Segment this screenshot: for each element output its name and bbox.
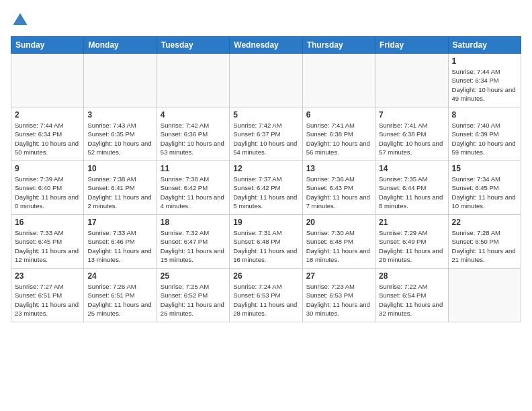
day-info: Sunrise: 7:43 AM Sunset: 6:35 PM Dayligh… — [87, 121, 152, 156]
calendar-week-0: 1Sunrise: 7:44 AM Sunset: 6:34 PM Daylig… — [11, 54, 521, 107]
weekday-header-friday: Friday — [375, 37, 448, 54]
day-info: Sunrise: 7:44 AM Sunset: 6:34 PM Dayligh… — [452, 67, 517, 103]
day-number: 11 — [161, 164, 226, 173]
day-number: 4 — [161, 110, 226, 120]
day-number: 18 — [161, 218, 226, 227]
calendar-cell: 10Sunrise: 7:38 AM Sunset: 6:41 PM Dayli… — [84, 161, 157, 215]
day-number: 15 — [452, 164, 517, 173]
calendar-cell: 21Sunrise: 7:29 AM Sunset: 6:49 PM Dayli… — [375, 215, 448, 269]
calendar-cell — [448, 269, 521, 322]
calendar-cell: 14Sunrise: 7:35 AM Sunset: 6:44 PM Dayli… — [375, 161, 448, 215]
calendar-cell: 24Sunrise: 7:26 AM Sunset: 6:51 PM Dayli… — [84, 269, 157, 322]
weekday-header-thursday: Thursday — [302, 37, 375, 54]
day-info: Sunrise: 7:27 AM Sunset: 6:51 PM Dayligh… — [15, 282, 80, 318]
day-number: 10 — [87, 164, 152, 173]
day-info: Sunrise: 7:41 AM Sunset: 6:38 PM Dayligh… — [379, 121, 444, 156]
calendar-cell: 2Sunrise: 7:44 AM Sunset: 6:34 PM Daylig… — [11, 107, 84, 161]
calendar-cell: 17Sunrise: 7:33 AM Sunset: 6:46 PM Dayli… — [84, 215, 157, 269]
logo — [11, 11, 32, 30]
day-number: 7 — [379, 110, 444, 120]
calendar-cell: 16Sunrise: 7:33 AM Sunset: 6:45 PM Dayli… — [11, 215, 84, 269]
calendar-table: SundayMondayTuesdayWednesdayThursdayFrid… — [11, 36, 521, 322]
calendar-cell: 26Sunrise: 7:24 AM Sunset: 6:53 PM Dayli… — [230, 269, 302, 322]
day-info: Sunrise: 7:33 AM Sunset: 6:45 PM Dayligh… — [15, 228, 80, 264]
day-info: Sunrise: 7:29 AM Sunset: 6:49 PM Dayligh… — [379, 228, 444, 264]
calendar-cell: 9Sunrise: 7:39 AM Sunset: 6:40 PM Daylig… — [11, 161, 84, 215]
day-info: Sunrise: 7:35 AM Sunset: 6:44 PM Dayligh… — [379, 175, 444, 210]
day-number: 20 — [306, 218, 371, 227]
day-info: Sunrise: 7:23 AM Sunset: 6:53 PM Dayligh… — [306, 282, 371, 318]
calendar-week-3: 16Sunrise: 7:33 AM Sunset: 6:45 PM Dayli… — [11, 215, 521, 269]
day-number: 19 — [233, 218, 298, 227]
day-info: Sunrise: 7:36 AM Sunset: 6:43 PM Dayligh… — [306, 175, 371, 210]
logo-icon — [11, 11, 30, 30]
calendar-cell — [302, 54, 375, 107]
calendar-cell — [375, 54, 448, 107]
day-number: 1 — [452, 56, 517, 66]
calendar-cell: 18Sunrise: 7:32 AM Sunset: 6:47 PM Dayli… — [157, 215, 229, 269]
calendar-cell: 25Sunrise: 7:25 AM Sunset: 6:52 PM Dayli… — [157, 269, 229, 322]
day-number: 25 — [161, 271, 226, 281]
calendar-cell: 27Sunrise: 7:23 AM Sunset: 6:53 PM Dayli… — [302, 269, 375, 322]
day-info: Sunrise: 7:40 AM Sunset: 6:39 PM Dayligh… — [452, 121, 517, 156]
day-info: Sunrise: 7:37 AM Sunset: 6:42 PM Dayligh… — [233, 175, 298, 210]
day-number: 27 — [306, 271, 371, 281]
day-info: Sunrise: 7:34 AM Sunset: 6:45 PM Dayligh… — [452, 175, 517, 210]
day-info: Sunrise: 7:44 AM Sunset: 6:34 PM Dayligh… — [15, 121, 80, 156]
calendar-cell — [157, 54, 229, 107]
day-number: 26 — [233, 271, 298, 281]
day-info: Sunrise: 7:22 AM Sunset: 6:54 PM Dayligh… — [379, 282, 444, 318]
weekday-header-monday: Monday — [84, 37, 157, 54]
day-number: 13 — [306, 164, 371, 173]
day-number: 24 — [87, 271, 152, 281]
calendar-cell — [11, 54, 84, 107]
page-header — [11, 11, 521, 30]
day-number: 14 — [379, 164, 444, 173]
day-number: 21 — [379, 218, 444, 227]
calendar-cell: 13Sunrise: 7:36 AM Sunset: 6:43 PM Dayli… — [302, 161, 375, 215]
calendar-cell: 4Sunrise: 7:42 AM Sunset: 6:36 PM Daylig… — [157, 107, 229, 161]
calendar-cell: 6Sunrise: 7:41 AM Sunset: 6:38 PM Daylig… — [302, 107, 375, 161]
calendar-cell: 19Sunrise: 7:31 AM Sunset: 6:48 PM Dayli… — [230, 215, 302, 269]
calendar-cell: 5Sunrise: 7:42 AM Sunset: 6:37 PM Daylig… — [230, 107, 302, 161]
day-number: 9 — [15, 164, 80, 173]
day-number: 5 — [233, 110, 298, 120]
day-number: 3 — [87, 110, 152, 120]
day-info: Sunrise: 7:28 AM Sunset: 6:50 PM Dayligh… — [452, 228, 517, 264]
day-number: 8 — [452, 110, 517, 120]
calendar-header-row: SundayMondayTuesdayWednesdayThursdayFrid… — [11, 37, 521, 54]
calendar-cell: 28Sunrise: 7:22 AM Sunset: 6:54 PM Dayli… — [375, 269, 448, 322]
day-info: Sunrise: 7:42 AM Sunset: 6:36 PM Dayligh… — [161, 121, 226, 156]
weekday-header-sunday: Sunday — [11, 37, 84, 54]
calendar-cell: 1Sunrise: 7:44 AM Sunset: 6:34 PM Daylig… — [448, 54, 521, 107]
day-info: Sunrise: 7:39 AM Sunset: 6:40 PM Dayligh… — [15, 175, 80, 210]
weekday-header-tuesday: Tuesday — [157, 37, 229, 54]
day-info: Sunrise: 7:31 AM Sunset: 6:48 PM Dayligh… — [233, 228, 298, 264]
day-info: Sunrise: 7:26 AM Sunset: 6:51 PM Dayligh… — [87, 282, 152, 318]
calendar-cell: 8Sunrise: 7:40 AM Sunset: 6:39 PM Daylig… — [448, 107, 521, 161]
day-number: 28 — [379, 271, 444, 281]
day-info: Sunrise: 7:25 AM Sunset: 6:52 PM Dayligh… — [161, 282, 226, 318]
calendar-week-4: 23Sunrise: 7:27 AM Sunset: 6:51 PM Dayli… — [11, 269, 521, 322]
calendar-cell — [84, 54, 157, 107]
day-info: Sunrise: 7:30 AM Sunset: 6:48 PM Dayligh… — [306, 228, 371, 264]
day-number: 23 — [15, 271, 80, 281]
day-info: Sunrise: 7:41 AM Sunset: 6:38 PM Dayligh… — [306, 121, 371, 156]
weekday-header-wednesday: Wednesday — [230, 37, 302, 54]
day-number: 12 — [233, 164, 298, 173]
calendar-cell: 11Sunrise: 7:38 AM Sunset: 6:42 PM Dayli… — [157, 161, 229, 215]
calendar-cell: 20Sunrise: 7:30 AM Sunset: 6:48 PM Dayli… — [302, 215, 375, 269]
day-number: 16 — [15, 218, 80, 227]
calendar-cell: 23Sunrise: 7:27 AM Sunset: 6:51 PM Dayli… — [11, 269, 84, 322]
calendar-cell: 3Sunrise: 7:43 AM Sunset: 6:35 PM Daylig… — [84, 107, 157, 161]
calendar-cell: 12Sunrise: 7:37 AM Sunset: 6:42 PM Dayli… — [230, 161, 302, 215]
calendar-week-2: 9Sunrise: 7:39 AM Sunset: 6:40 PM Daylig… — [11, 161, 521, 215]
calendar-cell: 22Sunrise: 7:28 AM Sunset: 6:50 PM Dayli… — [448, 215, 521, 269]
calendar-cell — [230, 54, 302, 107]
day-info: Sunrise: 7:33 AM Sunset: 6:46 PM Dayligh… — [87, 228, 152, 264]
day-number: 17 — [87, 218, 152, 227]
day-info: Sunrise: 7:24 AM Sunset: 6:53 PM Dayligh… — [233, 282, 298, 318]
weekday-header-saturday: Saturday — [448, 37, 521, 54]
day-number: 6 — [306, 110, 371, 120]
day-number: 22 — [452, 218, 517, 227]
